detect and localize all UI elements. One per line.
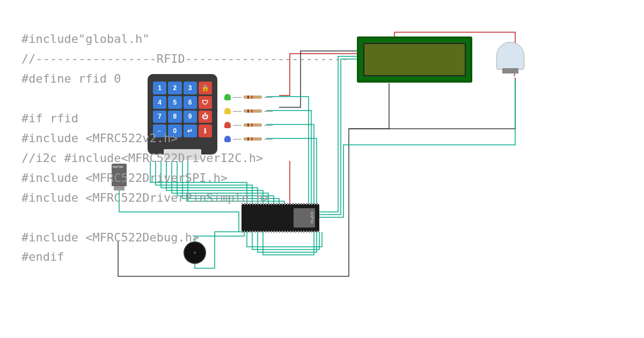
lcd-screen	[363, 43, 466, 76]
pir-sensor	[496, 42, 524, 70]
source-code-overlay: #include"global.h" //-----------------RF…	[21, 30, 348, 267]
lcd-20x4	[357, 36, 472, 83]
